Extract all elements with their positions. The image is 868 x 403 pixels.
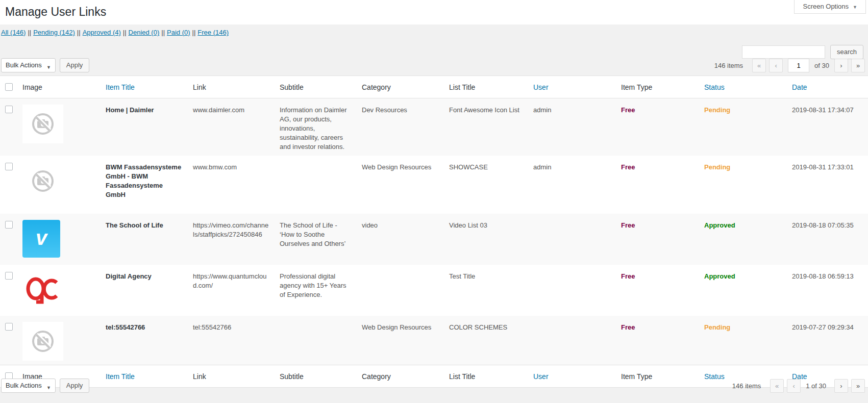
column-header-list-title: List Title [444, 76, 528, 98]
next-page-button[interactable]: › [834, 379, 848, 393]
list-title: Video List 03 [449, 221, 487, 229]
prev-page-button[interactable]: ‹ [787, 379, 801, 393]
prev-page-button[interactable]: ‹ [769, 59, 783, 72]
item-type: Free [621, 221, 635, 229]
status-badge: Approved [704, 272, 735, 280]
apply-button[interactable]: Apply [60, 379, 90, 393]
bulk-actions-select[interactable]: Bulk Actions▼ [1, 379, 56, 393]
first-page-button[interactable]: « [752, 59, 766, 72]
row-checkbox[interactable] [5, 272, 13, 280]
last-page-button[interactable]: » [851, 379, 865, 393]
table-row: Digital Agencyhttps://www.quantumcloud.c… [0, 265, 868, 316]
apply-button[interactable]: Apply [60, 58, 90, 72]
search-input[interactable] [742, 45, 825, 59]
filter-link-denied[interactable]: Denied (0) [129, 29, 160, 36]
item-date: 2019-08-31 17:33:01 [792, 163, 854, 171]
item-date: 2019-08-18 07:05:35 [792, 221, 854, 229]
item-date: 2019-08-31 17:34:07 [792, 106, 854, 114]
broken-image-icon [31, 329, 55, 354]
search-row: search [742, 45, 863, 59]
screen-options-label: Screen Options [803, 3, 849, 10]
item-category: Web Design Resources [362, 163, 431, 171]
total-pages-label: of 30 [814, 62, 829, 69]
page-range-label: 1 of 30 [806, 382, 826, 390]
table-row: Home | Daimlerwww.daimler.comInformation… [0, 98, 868, 156]
row-checkbox[interactable] [5, 106, 13, 113]
quantumcloud-logo-icon [24, 275, 62, 306]
chevron-down-icon: ▼ [46, 383, 51, 392]
chevron-down-icon: ▼ [46, 63, 51, 72]
item-type: Free [621, 323, 635, 331]
page-title: Manage User Links [5, 5, 106, 19]
user-links-table: ImageItem TitleLinkSubtitleCategoryList … [0, 75, 868, 388]
list-title: COLOR SCHEMES [449, 323, 507, 331]
filter-link-free[interactable]: Free (146) [197, 29, 229, 36]
bulk-actions-bottom: Bulk Actions▼ Apply [1, 379, 89, 393]
broken-image-icon [31, 169, 55, 193]
row-checkbox[interactable] [5, 163, 13, 170]
quantumcloud-logo [22, 271, 63, 310]
item-date: 2019-07-27 09:29:34 [792, 323, 854, 331]
filter-link-approved[interactable]: Approved (4) [83, 29, 121, 36]
item-link: www.daimler.com [193, 106, 244, 114]
item-subtitle: Professional digital agency with 15+ Yea… [280, 272, 346, 298]
item-subtitle: Information on Daimler AG, our products,… [280, 106, 347, 150]
status-badge: Pending [704, 323, 730, 331]
status-badge: Pending [704, 106, 730, 114]
thumbnail [22, 322, 63, 361]
table-row: vThe School of Lifehttps://vimeo.com/cha… [0, 214, 868, 265]
item-title: The School of Life [106, 221, 163, 229]
search-button[interactable]: search [830, 45, 863, 59]
filter-separator: || [192, 29, 196, 36]
row-checkbox[interactable] [5, 323, 13, 331]
filter-link-paid[interactable]: Paid (0) [167, 29, 190, 36]
broken-image-icon [31, 112, 55, 136]
vimeo-icon: v [22, 220, 60, 258]
list-title: Test Title [449, 272, 475, 280]
table-header-row: ImageItem TitleLinkSubtitleCategoryList … [0, 76, 868, 98]
filter-separator: || [161, 29, 165, 36]
filter-link-all[interactable]: All (146) [1, 29, 26, 36]
current-page-input[interactable] [788, 59, 809, 72]
table-row: BWM Fassadensysteme GmbH - BWM Fassadens… [0, 156, 868, 214]
item-type: Free [621, 163, 635, 171]
column-header-item-title[interactable]: Item Title [101, 76, 188, 98]
column-header-status[interactable]: Status [699, 76, 787, 98]
filter-separator: || [28, 29, 31, 36]
items-count: 146 items [732, 382, 761, 390]
items-count: 146 items [714, 62, 743, 69]
item-title: BWM Fassadensysteme GmbH - BWM Fassadens… [106, 163, 181, 198]
screen-options-button[interactable]: Screen Options▼ [794, 0, 866, 14]
next-page-button[interactable]: › [834, 59, 848, 72]
row-checkbox[interactable] [5, 221, 13, 229]
item-link: https://www.quantumcloud.com/ [193, 272, 267, 289]
last-page-button[interactable]: » [851, 59, 865, 72]
item-category: Web Design Resources [362, 323, 431, 331]
table-body: Home | Daimlerwww.daimler.comInformation… [0, 98, 868, 365]
status-badge: Approved [704, 221, 735, 229]
filter-link-pending[interactable]: Pending (142) [33, 29, 75, 36]
item-link: www.bmw.com [193, 163, 237, 171]
column-header-subtitle: Subtitle [275, 76, 357, 98]
column-header-user[interactable]: User [528, 76, 616, 98]
thumbnail [22, 105, 63, 143]
column-header-item-type: Item Type [616, 76, 699, 98]
select-all-checkbox[interactable] [5, 83, 13, 91]
first-page-button[interactable]: « [770, 379, 784, 393]
top-band [0, 0, 868, 24]
item-user: admin [533, 163, 551, 171]
filter-separator: || [77, 29, 81, 36]
item-title: Home | Daimler [106, 106, 154, 114]
item-user: admin [533, 106, 551, 114]
item-subtitle: The School of Life - ‘How to Soothe Ours… [280, 221, 345, 247]
column-header-date[interactable]: Date [787, 76, 868, 98]
item-link: https://vimeo.com/channels/staffpicks/27… [193, 221, 268, 238]
pagination-bottom: 146 items « ‹ 1 of 30 › » [732, 379, 865, 393]
list-title: SHOWCASE [449, 163, 488, 171]
item-category: video [362, 221, 378, 229]
column-header-image: Image [17, 76, 101, 98]
bulk-actions-select[interactable]: Bulk Actions▼ [1, 58, 56, 72]
column-header-category: Category [357, 76, 444, 98]
filter-separator: || [123, 29, 127, 36]
status-badge: Pending [704, 163, 730, 171]
